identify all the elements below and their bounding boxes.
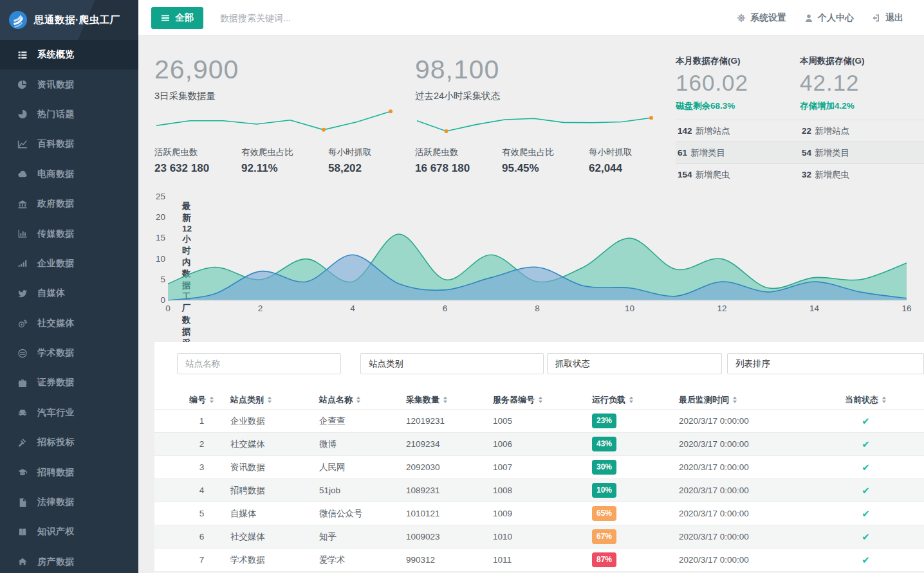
metric-label: 有效爬虫占比 — [502, 147, 589, 158]
y-axis-tick: 25 — [143, 192, 165, 201]
cell-server-id: 1011 — [493, 555, 592, 565]
table-header-3[interactable]: 站点名称 — [319, 394, 406, 406]
table-header-5[interactable]: 服务器编号 — [493, 394, 592, 406]
site-table-card: 编号站点类别站点名称采集数量服务器编号运行负载最后监测时间当前状态 1企业数据企… — [154, 342, 924, 573]
x-axis-tick: 16 — [894, 304, 919, 313]
overview-icon — [17, 50, 28, 60]
sidebar-item-3[interactable]: 热门话题 — [0, 100, 138, 129]
main-content: 26,9003日采集数据量活跃爬虫数23 632 180有效爬虫占比92.11%… — [138, 36, 924, 573]
sidebar-item-9[interactable]: 自媒体 — [0, 278, 138, 308]
sidebar-item-15[interactable]: 招聘数据 — [0, 457, 138, 487]
sidebar-item-label: 招标投标 — [37, 437, 75, 448]
sidebar-item-12[interactable]: 证券数据 — [0, 368, 138, 397]
cell-row-index: 5 — [173, 509, 230, 518]
cell-row-index: 4 — [173, 486, 230, 495]
sidebar-item-label: 企业数据 — [37, 258, 75, 269]
stat-caption: 过去24小时采集状态 — [415, 90, 666, 102]
table-header-7[interactable]: 最后监测时间 — [679, 394, 808, 406]
cell-row-index: 7 — [173, 555, 230, 565]
sort-icon — [732, 396, 737, 403]
storage-label: 新增爬虫 — [696, 170, 730, 179]
header-label: 编号 — [189, 394, 206, 406]
site-table: 编号站点类别站点名称采集数量服务器编号运行负载最后监测时间当前状态 1企业数据企… — [154, 390, 924, 573]
metric-label: 每小时抓取 — [328, 147, 405, 158]
sidebar-item-14[interactable]: 招标投标 — [0, 428, 138, 457]
storage-count: 22 — [802, 126, 811, 136]
filter-1[interactable] — [177, 353, 341, 374]
filter-4[interactable] — [727, 353, 924, 374]
storage-label: 新增站点 — [815, 126, 849, 136]
metric: 活跃爬虫数16 678 180 — [415, 147, 502, 175]
search-input[interactable] — [220, 13, 737, 23]
sidebar-item-4[interactable]: 百科数据 — [0, 129, 138, 159]
big-number: 98,100 — [415, 55, 666, 84]
storage-row: 154新增爬虫32新增爬虫 — [676, 163, 924, 185]
header-label: 最后监测时间 — [679, 394, 729, 406]
metrics-row: 活跃爬虫数16 678 180有效爬虫占比95.45%每小时抓取62,044 — [415, 147, 666, 175]
topbar-link-gear[interactable]: 系统设置 — [737, 12, 786, 24]
sidebar-item-13[interactable]: 汽车行业 — [0, 398, 138, 428]
sidebar-item-18[interactable]: 房产数据 — [0, 547, 138, 573]
sidebar-item-2[interactable]: 资讯数据 — [0, 69, 138, 99]
sidebar-item-17[interactable]: 知识产权 — [0, 517, 138, 547]
table-header-6[interactable]: 运行负载 — [592, 394, 679, 406]
y-axis-tick: 20 — [143, 212, 165, 222]
cell-row-index: 1 — [173, 416, 230, 426]
briefcase-icon — [17, 378, 28, 388]
y-axis-tick: 10 — [143, 254, 165, 264]
header-label: 站点名称 — [319, 394, 353, 406]
sidebar-item-label: 资讯数据 — [37, 79, 75, 91]
header-label: 运行负载 — [592, 394, 625, 406]
topbar-link-label: 个人中心 — [818, 12, 854, 24]
cell-crawl-count: 1010121 — [406, 509, 493, 518]
bank-icon — [17, 199, 28, 209]
big-number: 26,900 — [154, 55, 405, 84]
sort-icon — [443, 396, 448, 403]
table-row-4: 4招聘数据51job1089231100810%2020/3/17 0:00:0… — [154, 478, 924, 502]
table-header-2[interactable]: 站点类别 — [230, 394, 319, 406]
app-logo[interactable]: 思通数据·爬虫工厂 — [0, 0, 138, 40]
storage-note: 存储增加4.2% — [800, 100, 924, 112]
car-icon — [17, 408, 28, 417]
storage-label: 新增站点 — [696, 126, 730, 136]
weibo-icon — [17, 318, 28, 328]
sign-out-icon — [872, 14, 881, 23]
sidebar-item-5[interactable]: 电商数据 — [0, 159, 138, 189]
sidebar-item-label: 房产数据 — [37, 556, 75, 568]
sidebar-item-label: 社交媒体 — [37, 318, 75, 329]
filter-2[interactable] — [360, 353, 544, 374]
cell-site-category: 招聘数据 — [230, 485, 319, 496]
storage-count: 54 — [802, 148, 811, 158]
user-icon — [804, 14, 813, 23]
topbar-link-user[interactable]: 个人中心 — [804, 12, 854, 24]
status-check-icon: ✔ — [808, 508, 924, 520]
cell-load: 87% — [592, 552, 679, 567]
sidebar-item-6[interactable]: 政府数据 — [0, 189, 138, 219]
sidebar-item-8[interactable]: 企业数据 — [0, 249, 138, 278]
storage-count: 32 — [802, 170, 811, 179]
table-header-8[interactable]: 当前状态 — [808, 394, 924, 406]
filter-3[interactable] — [547, 353, 722, 374]
all-categories-button[interactable]: 全部 — [151, 7, 203, 29]
sidebar-item-16[interactable]: 法律数据 — [0, 487, 138, 517]
cell-load: 67% — [592, 529, 679, 544]
metric: 每小时抓取62,044 — [589, 147, 666, 175]
topbar-link-sign-out[interactable]: 退出 — [872, 12, 903, 24]
sidebar-item-10[interactable]: 社交媒体 — [0, 309, 138, 338]
gavel-icon — [17, 438, 28, 448]
table-header-1[interactable]: 编号 — [173, 394, 230, 406]
storage-count: 142 — [678, 126, 692, 136]
sidebar-item-1[interactable]: 系统概览 — [0, 40, 138, 69]
cell-last-check-time: 2020/3/17 0:00:00 — [679, 486, 808, 495]
storage-label: 新增类目 — [815, 148, 849, 158]
table-row-7: 7学术数据爱学术990312101187%2020/3/17 0:00:00✔ — [154, 548, 924, 571]
table-header-4[interactable]: 采集数量 — [406, 394, 493, 406]
file-icon — [17, 498, 28, 507]
cell-site-category: 自媒体 — [230, 508, 319, 520]
sidebar-item-label: 系统概览 — [37, 49, 75, 60]
sidebar-item-7[interactable]: 传媒数据 — [0, 219, 138, 248]
storage-count: 154 — [678, 170, 692, 179]
metric-value: 95.45% — [502, 162, 589, 175]
sidebar-item-11[interactable]: 学术数据 — [0, 338, 138, 368]
storage-cell: 61新增类目 — [676, 147, 800, 159]
